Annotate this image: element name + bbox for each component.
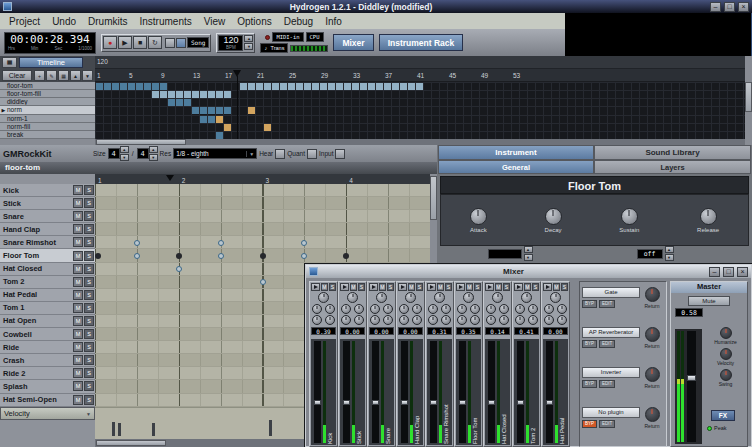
- gain-down-button[interactable]: ▼: [524, 254, 533, 261]
- play-button[interactable]: ▶: [118, 36, 132, 49]
- maximize-button[interactable]: □: [724, 2, 735, 12]
- instrument-row-ride[interactable]: RideMS: [0, 341, 95, 354]
- song-grid-cell[interactable]: [224, 124, 231, 131]
- instrument-row-snare[interactable]: SnareMS: [0, 210, 95, 223]
- velocity-bar[interactable]: [112, 422, 115, 436]
- song-grid-cell[interactable]: [264, 124, 271, 131]
- master-fader[interactable]: [675, 329, 702, 444]
- menu-item-instruments[interactable]: Instruments: [133, 15, 197, 28]
- release-knob[interactable]: [700, 208, 717, 225]
- fx-edit-button[interactable]: EDIT: [599, 380, 615, 388]
- stop-button[interactable]: ■: [133, 36, 147, 49]
- song-grid[interactable]: [95, 82, 745, 139]
- tab-layers[interactable]: Layers: [594, 160, 751, 174]
- instrument-mute-button[interactable]: M: [73, 211, 83, 221]
- channel-mute-button[interactable]: M: [408, 283, 415, 291]
- song-grid-cell[interactable]: [216, 91, 223, 98]
- instrument-mute-button[interactable]: M: [73, 355, 83, 365]
- denom-up-button[interactable]: ▲: [149, 146, 158, 153]
- fx1-send-knob[interactable]: [370, 304, 380, 314]
- mixer-titlebar[interactable]: Mixer – □ ×: [306, 265, 751, 278]
- channel-mute-button[interactable]: M: [437, 283, 444, 291]
- song-grid-cell[interactable]: [216, 107, 223, 114]
- song-grid-cell[interactable]: [224, 91, 231, 98]
- song-grid-cell[interactable]: [200, 107, 207, 114]
- channel-solo-button[interactable]: S: [445, 283, 452, 291]
- tab-instrument[interactable]: Instrument: [438, 145, 594, 160]
- channel-solo-button[interactable]: S: [358, 283, 365, 291]
- instrument-row-crash[interactable]: CrashMS: [0, 354, 95, 367]
- instrument-row-tom-2[interactable]: Tom 2MS: [0, 276, 95, 289]
- fx-return-knob[interactable]: [645, 367, 660, 382]
- pattern-ruler[interactable]: 1234: [95, 174, 430, 184]
- instrument-row-floor-tom[interactable]: Floor TomMS: [0, 249, 95, 262]
- fx-plugin-button[interactable]: Inverter: [582, 367, 640, 378]
- instrument-mute-button[interactable]: M: [73, 290, 83, 300]
- menu-item-project[interactable]: Project: [3, 15, 46, 28]
- song-grid-cell[interactable]: [400, 83, 407, 90]
- fx4-send-knob[interactable]: [499, 315, 509, 325]
- instrument-row-kick[interactable]: KickMS: [0, 184, 95, 197]
- fx4-send-knob[interactable]: [383, 315, 393, 325]
- move-pattern-down-button[interactable]: ▼: [82, 70, 93, 81]
- fx4-send-knob[interactable]: [470, 315, 480, 325]
- fx-edit-button[interactable]: EDIT: [599, 420, 615, 428]
- song-grid-cell[interactable]: [416, 83, 423, 90]
- instrument-row-snare-rimshot[interactable]: Snare RimshotMS: [0, 236, 95, 249]
- instrument-solo-button[interactable]: S: [84, 395, 94, 405]
- menu-item-options[interactable]: Options: [231, 15, 277, 28]
- mixer-minimize-button[interactable]: –: [709, 267, 720, 277]
- fx-plugin-button[interactable]: AP Reverberator: [582, 327, 640, 338]
- show-fx-button[interactable]: FX: [711, 410, 735, 421]
- channel-fader[interactable]: Floor Tom: [456, 339, 481, 445]
- instrument-solo-button[interactable]: S: [84, 198, 94, 208]
- instrument-row-hat-open[interactable]: Hat OpenMS: [0, 315, 95, 328]
- fx2-send-knob[interactable]: [557, 304, 567, 314]
- channel-fader[interactable]: Snare Rimshot: [427, 339, 452, 445]
- pan-knob[interactable]: [434, 292, 445, 303]
- pattern-hscroll-thumb[interactable]: [96, 440, 166, 446]
- channel-solo-button[interactable]: S: [561, 283, 568, 291]
- channel-mute-button[interactable]: M: [379, 283, 386, 291]
- loop-button[interactable]: ↻: [148, 36, 162, 49]
- master-swing-knob[interactable]: [720, 369, 732, 381]
- new-pattern-button[interactable]: +: [34, 70, 45, 81]
- fx2-send-knob[interactable]: [383, 304, 393, 314]
- pan-knob[interactable]: [347, 292, 358, 303]
- instrument-solo-button[interactable]: S: [84, 342, 94, 352]
- bpm-up-button[interactable]: ▲: [244, 35, 253, 42]
- fx4-send-knob[interactable]: [528, 315, 538, 325]
- song-grid-cell[interactable]: [328, 83, 335, 90]
- fx3-send-knob[interactable]: [428, 315, 438, 325]
- song-grid-cell[interactable]: [264, 83, 271, 90]
- song-grid-cell[interactable]: [360, 83, 367, 90]
- channel-mute-button[interactable]: M: [495, 283, 502, 291]
- instrument-solo-button[interactable]: S: [84, 355, 94, 365]
- fx4-send-knob[interactable]: [441, 315, 451, 325]
- instrument-row-cowbell[interactable]: CowbellMS: [0, 328, 95, 341]
- pattern-row-norm[interactable]: ▶norm: [0, 106, 95, 114]
- fx-return-knob[interactable]: [645, 407, 660, 422]
- song-grid-cell[interactable]: [96, 83, 103, 90]
- fx1-send-knob[interactable]: [428, 304, 438, 314]
- instrument-mute-button[interactable]: M: [73, 381, 83, 391]
- song-grid-cell[interactable]: [408, 83, 415, 90]
- channel-solo-button[interactable]: S: [503, 283, 510, 291]
- draw-mode-button[interactable]: ✎: [46, 70, 57, 81]
- denom-down-button[interactable]: ▼: [149, 154, 158, 161]
- select-mode-button[interactable]: ▦: [58, 70, 69, 81]
- fx1-send-knob[interactable]: [457, 304, 467, 314]
- fx2-send-knob[interactable]: [470, 304, 480, 314]
- instrument-row-hand-clap[interactable]: Hand ClapMS: [0, 223, 95, 236]
- fx-bypass-button[interactable]: BYP: [582, 420, 597, 428]
- sustain-knob[interactable]: [621, 208, 638, 225]
- gain-up-button[interactable]: ▲: [524, 246, 533, 253]
- instrument-solo-button[interactable]: S: [84, 251, 94, 261]
- song-grid-cell[interactable]: [304, 83, 311, 90]
- fx3-send-knob[interactable]: [370, 315, 380, 325]
- song-grid-cell[interactable]: [176, 91, 183, 98]
- instrument-solo-button[interactable]: S: [84, 381, 94, 391]
- pattern-row-norm-1[interactable]: norm-1: [0, 115, 95, 123]
- song-grid-cell[interactable]: [152, 91, 159, 98]
- song-grid-cell[interactable]: [200, 91, 207, 98]
